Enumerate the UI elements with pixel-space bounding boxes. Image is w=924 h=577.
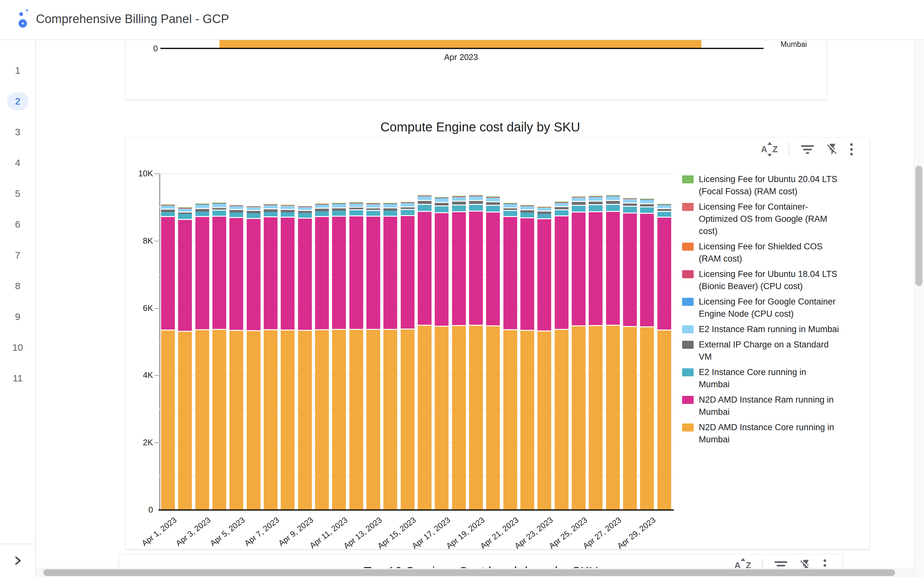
bar-segment[interactable] (229, 210, 243, 212)
bar-segment[interactable] (435, 213, 449, 326)
bar-segment[interactable] (401, 330, 415, 510)
bar-segment[interactable] (572, 326, 586, 510)
bar-segment[interactable] (281, 205, 294, 205)
bar-segment[interactable] (298, 207, 312, 210)
bar-segment[interactable] (247, 213, 260, 218)
cross-filter-off-icon[interactable] (826, 143, 839, 156)
bar-segment[interactable] (418, 197, 431, 200)
bar-segment[interactable] (469, 326, 483, 510)
bar-segment[interactable] (606, 326, 620, 510)
bar-segment[interactable] (469, 195, 483, 196)
bar-segment[interactable] (640, 214, 654, 326)
bar-segment[interactable] (247, 207, 260, 210)
bar-segment[interactable] (657, 218, 671, 330)
bar-segment[interactable] (161, 212, 175, 216)
bar-segment[interactable] (332, 204, 346, 204)
bar-segment[interactable] (247, 207, 260, 207)
bar-segment[interactable] (401, 203, 415, 206)
bar-segment[interactable] (349, 216, 363, 329)
sidebar-page-5[interactable]: 5 (0, 178, 35, 209)
bar-segment[interactable] (383, 217, 397, 329)
monthly-bar[interactable] (220, 40, 701, 48)
legend-item[interactable]: External IP Charge on a Standard VM (682, 338, 839, 363)
bar-segment[interactable] (555, 210, 569, 215)
bar-segment[interactable] (264, 204, 278, 205)
bar-segment[interactable] (281, 210, 294, 212)
bar-segment[interactable] (537, 219, 551, 330)
bar-segment[interactable] (367, 204, 380, 204)
bar-segment[interactable] (486, 326, 500, 510)
bar-segment[interactable] (572, 197, 586, 201)
bar-segment[interactable] (298, 207, 312, 207)
bar-segment[interactable] (623, 199, 637, 199)
bar-segment[interactable] (537, 332, 551, 510)
bar-segment[interactable] (264, 205, 278, 208)
bar-segment[interactable] (332, 330, 346, 510)
bar-segment[interactable] (195, 205, 209, 205)
bar-segment[interactable] (178, 332, 192, 510)
bar-segment[interactable] (657, 205, 671, 208)
bar-segment[interactable] (161, 205, 175, 206)
bar-segment[interactable] (367, 203, 380, 203)
sidebar-page-4[interactable]: 4 (0, 147, 35, 178)
bar-segment[interactable] (503, 208, 517, 210)
bar-segment[interactable] (486, 197, 500, 197)
bar-segment[interactable] (640, 200, 654, 200)
bar-segment[interactable] (161, 330, 175, 510)
bar-segment[interactable] (503, 330, 517, 510)
bar-segment[interactable] (589, 196, 603, 197)
bar-segment[interactable] (657, 209, 671, 211)
bar-segment[interactable] (418, 196, 431, 197)
bar-segment[interactable] (555, 201, 569, 202)
bar-segment[interactable] (247, 206, 260, 206)
bar-segment[interactable] (606, 197, 620, 200)
bar-segment[interactable] (623, 327, 637, 510)
bar-segment[interactable] (178, 214, 192, 219)
bar-segment[interactable] (435, 327, 449, 510)
bar-segment[interactable] (264, 330, 278, 510)
bar-segment[interactable] (589, 197, 603, 197)
bar-segment[interactable] (281, 330, 294, 510)
bar-segment[interactable] (469, 211, 483, 325)
sidebar-page-7[interactable]: 7 (0, 240, 35, 271)
bar-segment[interactable] (623, 198, 637, 199)
bar-segment[interactable] (349, 203, 363, 207)
bar-segment[interactable] (212, 204, 226, 207)
bar-segment[interactable] (383, 203, 397, 203)
bar-segment[interactable] (332, 204, 346, 207)
bar-segment[interactable] (572, 202, 586, 205)
bar-segment[interactable] (401, 207, 415, 210)
bar-segment[interactable] (520, 213, 534, 218)
bar-segment[interactable] (503, 211, 517, 216)
bar-segment[interactable] (281, 206, 294, 209)
bar-segment[interactable] (503, 203, 517, 203)
bar-segment[interactable] (486, 202, 500, 205)
bar-segment[interactable] (161, 205, 175, 205)
bar-segment[interactable] (589, 326, 603, 510)
bar-segment[interactable] (469, 196, 483, 196)
bar-segment[interactable] (452, 326, 466, 510)
bar-segment[interactable] (298, 211, 312, 213)
bar-segment[interactable] (520, 218, 534, 330)
bar-segment[interactable] (401, 203, 415, 203)
bar-segment[interactable] (349, 202, 363, 203)
sidebar-page-2[interactable]: 2 (0, 86, 35, 117)
bar-segment[interactable] (247, 211, 260, 213)
legend-item[interactable]: E2 Instance Core running in Mumbai (682, 366, 839, 390)
bar-segment[interactable] (555, 203, 569, 206)
sidebar-page-9[interactable]: 9 (0, 301, 35, 332)
bar-segment[interactable] (315, 211, 329, 216)
bar-segment[interactable] (486, 197, 500, 198)
bar-segment[interactable] (349, 208, 363, 210)
bar-segment[interactable] (298, 206, 312, 206)
bar-segment[interactable] (367, 217, 380, 329)
bar-segment[interactable] (640, 204, 654, 206)
legend-item[interactable]: E2 Instance Ram running in Mumbai (682, 323, 839, 335)
bar-segment[interactable] (623, 207, 637, 212)
bar-segment[interactable] (212, 203, 226, 203)
bar-segment[interactable] (503, 204, 517, 207)
bar-segment[interactable] (435, 197, 449, 198)
sort-az-icon[interactable]: AZ (761, 142, 778, 157)
bar-segment[interactable] (520, 210, 534, 213)
bar-segment[interactable] (503, 204, 517, 204)
